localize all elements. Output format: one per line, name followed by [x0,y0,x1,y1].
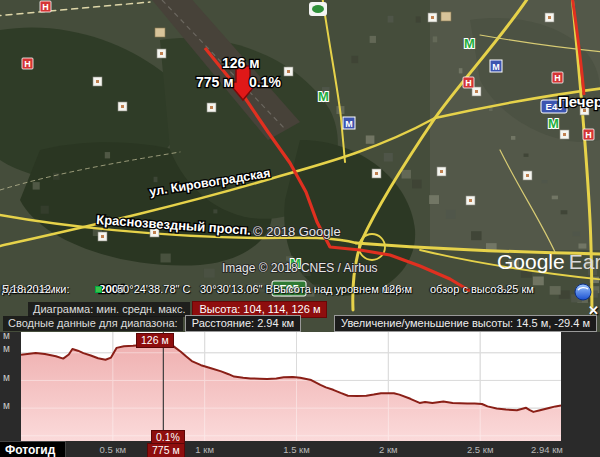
svg-text:М: М [492,62,500,72]
hospital-icon[interactable]: Н [552,72,563,83]
svg-text:Н: Н [42,2,49,12]
distance-box: Расстояние: 2.94 км [185,315,301,332]
range-summary-label: Сводные данные для диапазона: [3,316,183,331]
district-label: Печер [558,93,600,110]
stadium-icon[interactable] [309,2,327,16]
photo-marker-icon[interactable] [523,171,532,180]
photo-marker-icon[interactable] [284,67,293,76]
chart-x-axis: 0.5 км1 км1.5 км2 км2.5 км2.94 км [0,441,600,457]
x-tick-label: 2 км [356,444,420,455]
historical-imagery-dot [95,286,102,293]
y-tick-label: м [3,400,10,411]
photo-marker-icon[interactable] [428,13,437,22]
metro-blue-icon[interactable]: М [490,60,502,72]
y-tick-label: м [3,372,10,383]
imagery-date: 5.18.2012 [2,283,51,295]
hospital-icon[interactable]: Н [40,1,51,12]
photo-marker-icon[interactable] [560,130,569,139]
svg-text:Н: Н [585,130,592,140]
map-cursor-grade: 0.1% [249,74,281,90]
latitude-readout: 50°24'38.78" С [117,283,190,295]
svg-text:Н: Н [24,59,31,69]
landmark-icon [155,28,165,37]
range-summary-row: Сводные данные для диапазона:Расстояние:… [3,315,597,332]
longitude-readout: 30°30'13.06" В [200,283,273,295]
google-earth-logo: GoogleEarth [497,250,600,273]
cursor-elevation-badge: 126 м [136,333,174,348]
photo-marker-icon[interactable] [98,232,107,241]
photoguide-label: Фотогид [0,441,66,457]
y-tick-label: м [3,343,10,354]
svg-text:Н: Н [465,78,472,88]
photo-marker-icon[interactable] [207,103,216,112]
photo-marker-icon[interactable] [545,13,554,22]
elevation-readout: 126 м [383,283,412,295]
landmark-icon [441,12,451,21]
y-tick-label: м [3,330,10,341]
cnes-copyright: Image © 2018 CNES / Airbus [222,261,378,275]
metro-blue-icon[interactable]: М [343,117,355,129]
elevation-gain-loss-box: Увеличение/уменьшение высоты: 14.5 м, -2… [334,315,597,332]
map-cursor-elevation: 126 м [222,55,260,71]
x-tick-label: 0.5 км [81,444,145,455]
photo-marker-icon[interactable] [372,169,381,178]
google-copyright: © 2018 Google [253,224,341,239]
photo-marker-icon[interactable] [466,196,475,205]
metro-icon[interactable]: М [548,116,559,131]
photo-marker-icon[interactable] [93,77,102,86]
google-earth-window: ММММММННННН E95 E40 ул. Кировоградская К… [0,0,600,457]
map-cursor-distance: 775 м [196,74,234,90]
x-tick-label: 1.5 км [265,444,329,455]
eye-altitude-readout: 3.25 км [497,283,534,295]
photo-marker-icon[interactable] [157,49,166,58]
elevation-chart-plot[interactable] [21,332,561,441]
hospital-icon[interactable]: Н [22,58,33,69]
photo-marker-icon[interactable] [118,102,127,111]
metro-icon[interactable]: М [464,36,475,51]
status-bar: Дата съемки: 5.18.2012 50°24'38.78" С 30… [0,283,600,298]
svg-text:М: М [345,119,353,129]
photo-marker-icon[interactable] [437,167,446,176]
cursor-distance-badge: 775 м [147,443,185,457]
elevation-profile-panel: 0.5 км1 км1.5 км2 км2.5 км2.94 км [0,332,600,457]
hospital-icon[interactable]: Н [583,129,594,140]
hospital-icon[interactable]: Н [463,77,474,88]
svg-text:Н: Н [554,73,561,83]
metro-icon[interactable]: М [318,89,329,104]
x-tick-label: 2.5 км [448,444,512,455]
x-tick-label: 2.94 км [515,444,579,455]
